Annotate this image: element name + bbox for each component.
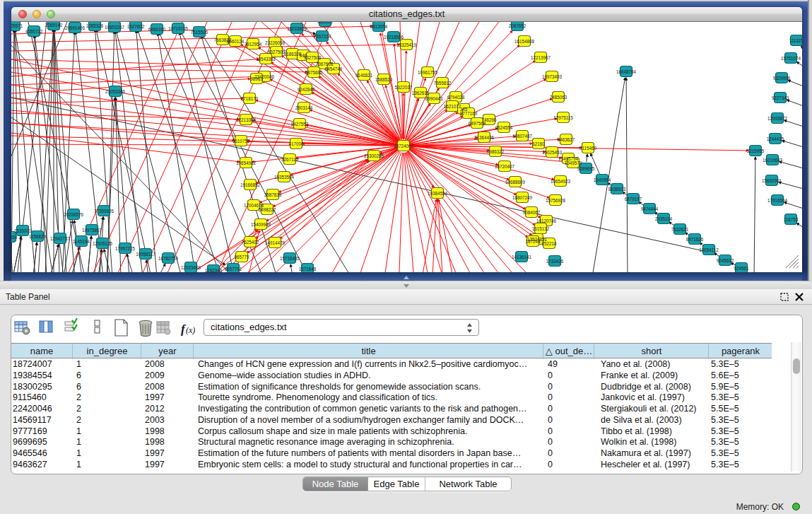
svg-text:187244: 187244 [525, 239, 541, 244]
svg-text:2935114: 2935114 [655, 216, 673, 221]
svg-text:1244415: 1244415 [767, 136, 784, 141]
svg-text:17957225: 17957225 [115, 246, 136, 251]
svg-text:8660124: 8660124 [227, 39, 245, 44]
svg-text:2069140: 2069140 [45, 23, 63, 28]
svg-text:2803144: 2803144 [295, 105, 313, 110]
svg-text:16033809: 16033809 [287, 26, 307, 31]
svg-text:7986322: 7986322 [487, 149, 505, 154]
svg-text:9084067: 9084067 [523, 210, 541, 215]
svg-text:10973493: 10973493 [542, 74, 563, 79]
svg-text:8454749: 8454749 [325, 66, 343, 71]
svg-text:3215955: 3215955 [747, 148, 765, 153]
svg-text:924561: 924561 [734, 266, 749, 271]
svg-text:23053346: 23053346 [105, 89, 126, 94]
svg-text:17359926: 17359926 [94, 209, 114, 214]
svg-text:7625402: 7625402 [242, 240, 259, 245]
svg-text:3587835: 3587835 [264, 192, 282, 197]
svg-text:965779: 965779 [234, 255, 249, 259]
svg-text:8471626: 8471626 [686, 237, 704, 242]
svg-text:20691406: 20691406 [65, 25, 86, 30]
svg-text:12093872: 12093872 [767, 116, 788, 121]
svg-text:10853267: 10853267 [105, 25, 125, 30]
svg-text:9242848: 9242848 [298, 87, 315, 92]
svg-text:(x): (x) [186, 325, 195, 335]
svg-text:252214: 252214 [541, 241, 557, 246]
svg-text:98961: 98961 [250, 76, 263, 81]
svg-text:9146821: 9146821 [355, 73, 373, 78]
svg-text:12942737: 12942737 [50, 236, 71, 241]
svg-text:1535001: 1535001 [14, 228, 32, 233]
svg-text:1615132: 1615132 [532, 226, 550, 231]
svg-text:15756928: 15756928 [546, 198, 566, 203]
svg-text:16210643: 16210643 [763, 158, 783, 163]
svg-text:10688609: 10688609 [505, 180, 526, 185]
svg-text:16154808: 16154808 [514, 39, 535, 44]
svg-text:1571648: 1571648 [299, 267, 317, 271]
svg-text:4055712: 4055712 [25, 29, 43, 34]
svg-text:18807249: 18807249 [512, 195, 533, 200]
svg-text:8990443: 8990443 [425, 96, 443, 101]
svg-text:10719155: 10719155 [168, 26, 189, 31]
svg-text:9329996: 9329996 [773, 76, 791, 81]
svg-text:62160: 62160 [532, 141, 545, 146]
svg-text:17016504: 17016504 [767, 198, 788, 203]
svg-text:12505135: 12505135 [93, 241, 113, 246]
svg-text:9463627: 9463627 [558, 137, 575, 142]
svg-text:9115460: 9115460 [579, 146, 597, 151]
svg-text:7955812: 7955812 [434, 81, 452, 86]
svg-text:15720407: 15720407 [495, 164, 515, 169]
svg-text:12213967: 12213967 [531, 55, 551, 60]
svg-text:746266: 746266 [481, 117, 497, 122]
svg-text:7515526: 7515526 [191, 30, 208, 35]
svg-text:1588520: 1588520 [375, 77, 393, 82]
svg-text:9699695: 9699695 [577, 166, 595, 171]
svg-text:23300295: 23300295 [364, 153, 384, 158]
svg-text:111325: 111325 [789, 38, 802, 43]
svg-text:9657791: 9657791 [225, 267, 242, 271]
svg-text:21364436: 21364436 [474, 135, 495, 140]
svg-text:991554: 991554 [11, 235, 18, 240]
svg-text:12923468: 12923468 [181, 265, 201, 270]
svg-text:20206576: 20206576 [64, 212, 84, 217]
svg-text:12213389: 12213389 [236, 117, 257, 122]
svg-text:9474444: 9474444 [641, 206, 659, 211]
svg-text:10654923: 10654923 [551, 179, 571, 184]
svg-text:15716485: 15716485 [280, 256, 300, 261]
svg-text:15353594: 15353594 [274, 175, 295, 180]
svg-text:417006: 417006 [288, 141, 304, 146]
svg-text:1527602: 1527602 [127, 24, 145, 29]
svg-text:15751074: 15751074 [781, 56, 801, 61]
svg-text:7632621: 7632621 [671, 227, 689, 232]
svg-text:6466160: 6466160 [148, 27, 166, 32]
svg-text:1145194: 1145194 [73, 239, 90, 244]
svg-text:5498222: 5498222 [259, 207, 276, 212]
svg-text:23226058: 23226058 [265, 40, 286, 45]
svg-text:19218506: 19218506 [384, 35, 404, 40]
svg-text:16782759: 16782759 [158, 256, 179, 261]
svg-text:8813054: 8813054 [370, 24, 388, 29]
svg-text:10025453: 10025453 [542, 150, 563, 155]
svg-text:9327508: 9327508 [304, 55, 322, 60]
svg-text:19384554: 19384554 [428, 191, 448, 196]
svg-text:1405571: 1405571 [11, 23, 23, 28]
svg-text:9227343: 9227343 [772, 95, 789, 100]
svg-text:18724007: 18724007 [394, 144, 414, 148]
svg-text:9777169: 9777169 [460, 111, 478, 116]
svg-text:10807487: 10807487 [512, 134, 533, 139]
svg-text:15409948: 15409948 [251, 222, 271, 227]
svg-text:12975115: 12975115 [553, 115, 573, 120]
svg-text:1621072: 1621072 [444, 104, 461, 109]
svg-text:9245612: 9245612 [717, 258, 734, 263]
svg-text:19166852: 19166852 [240, 182, 261, 187]
svg-text:3624554: 3624554 [495, 125, 513, 130]
svg-text:15692901: 15692901 [762, 178, 782, 183]
svg-text:6794028: 6794028 [447, 95, 465, 100]
svg-text:3267110: 3267110 [281, 157, 299, 162]
svg-text:10975857: 10975857 [82, 228, 102, 233]
svg-text:1362615: 1362615 [412, 90, 430, 95]
svg-text:7485063: 7485063 [550, 95, 567, 100]
svg-text:1733426: 1733426 [546, 259, 564, 264]
svg-text:1349579: 1349579 [565, 160, 582, 165]
svg-text:10654982: 10654982 [236, 160, 257, 165]
svg-text:5322037: 5322037 [395, 85, 413, 90]
